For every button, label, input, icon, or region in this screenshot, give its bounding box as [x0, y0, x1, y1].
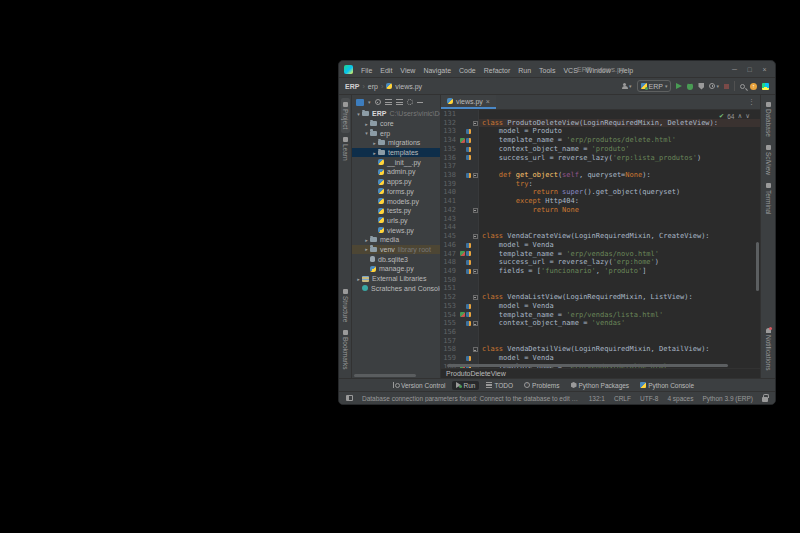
code-line[interactable]: 147 template_name = 'erp/vendas/novo.htm…: [441, 250, 760, 259]
tree-item---init---py[interactable]: __init__.py: [352, 157, 440, 167]
django-gutter-icon[interactable]: [466, 356, 471, 361]
django-gutter-icon[interactable]: [466, 269, 471, 274]
debug-button[interactable]: [687, 83, 693, 90]
fold-column[interactable]: [472, 267, 479, 276]
tree-item-urls-py[interactable]: urls.py: [352, 216, 440, 226]
code-line[interactable]: 142 return None: [441, 206, 760, 215]
fold-marker-icon[interactable]: [473, 269, 478, 274]
next-problem-icon[interactable]: ∨: [745, 112, 750, 120]
django-gutter-icon[interactable]: [466, 312, 471, 317]
template-gutter-icon[interactable]: [460, 138, 465, 143]
fold-marker-icon[interactable]: [473, 173, 478, 178]
tool-stripe-sciview[interactable]: SciView: [764, 141, 773, 179]
stop-button[interactable]: [724, 84, 729, 89]
code-line[interactable]: 133 model = Produto: [441, 127, 760, 136]
coverage-button[interactable]: [698, 83, 704, 90]
django-gutter-icon[interactable]: [466, 155, 471, 160]
run-button[interactable]: [676, 83, 682, 89]
code-editor[interactable]: ✔ 64 ∧ ∨ 131132class ProdutoDeleteView(L…: [441, 110, 760, 368]
code-line[interactable]: 149 fields = ['funcionario', 'produto']: [441, 267, 760, 276]
breadcrumb-item[interactable]: views.py: [395, 83, 422, 90]
user-menu-button[interactable]: ▾: [621, 83, 632, 90]
fold-column[interactable]: [472, 232, 479, 241]
tool-window-switcher-icon[interactable]: [346, 395, 353, 401]
fold-marker-icon[interactable]: [473, 295, 478, 300]
tree-item-admin-py[interactable]: admin.py: [352, 167, 440, 177]
django-gutter-icon[interactable]: [466, 138, 471, 143]
tree-chevron-icon[interactable]: ▸: [363, 246, 370, 252]
toolwindow-button-problems[interactable]: !Problems: [520, 381, 563, 390]
menu-item-code[interactable]: Code: [455, 67, 480, 74]
code-line[interactable]: 154 template_name = 'erp/vendas/lista.ht…: [441, 311, 760, 320]
code-line[interactable]: 139 try:: [441, 180, 760, 189]
template-gutter-icon[interactable]: [460, 312, 465, 317]
tree-chevron-icon[interactable]: ▸: [371, 150, 378, 156]
tree-item-erp[interactable]: ▾ERPC:\Users\vinic\Develop: [352, 109, 440, 119]
django-gutter-icon[interactable]: [466, 260, 471, 265]
tree-item-core[interactable]: ▸core: [352, 119, 440, 129]
code-line[interactable]: 145class VendaCreateView(LoginRequiredMi…: [441, 232, 760, 241]
django-gutter-icon[interactable]: [466, 304, 471, 309]
editor-horizontal-scrollbar[interactable]: [447, 364, 728, 367]
tree-chevron-icon[interactable]: ▸: [363, 121, 370, 127]
toolwindow-button-python-packages[interactable]: Python Packages: [567, 381, 634, 390]
code-line[interactable]: 138 def get_object(self, queryset=None):: [441, 171, 760, 180]
gear-icon[interactable]: [407, 99, 413, 105]
breadcrumb-item[interactable]: erp: [368, 83, 378, 90]
run-configuration-select[interactable]: ERP ▾: [637, 80, 672, 92]
fold-column[interactable]: [472, 206, 479, 215]
fold-marker-icon[interactable]: [473, 347, 478, 352]
status-item-132-1[interactable]: 132:1: [589, 395, 605, 402]
status-item-python-3-9--erp-[interactable]: Python 3.9 (ERP): [702, 395, 753, 402]
code-line[interactable]: 136 success_url = reverse_lazy('erp:list…: [441, 154, 760, 163]
tab-views-py[interactable]: views.py ×: [441, 95, 496, 109]
tool-stripe-learn[interactable]: Learn: [341, 133, 350, 165]
minimize-icon[interactable]: ─: [727, 61, 742, 78]
fold-marker-icon[interactable]: [473, 208, 478, 213]
tree-item-media[interactable]: ▸media: [352, 235, 440, 245]
django-gutter-icon[interactable]: [466, 147, 471, 152]
code-line[interactable]: 156: [441, 328, 760, 337]
tree-chevron-icon[interactable]: ▸: [371, 140, 378, 146]
update-notification-icon[interactable]: ↑: [750, 83, 757, 90]
tree-item-forms-py[interactable]: forms.py: [352, 187, 440, 197]
menu-item-navigate[interactable]: Navigate: [419, 67, 455, 74]
search-everywhere-button[interactable]: [740, 84, 745, 89]
fold-column[interactable]: [472, 293, 479, 302]
tab-options-icon[interactable]: ⋮: [743, 98, 760, 106]
code-line[interactable]: 159 model = Venda: [441, 354, 760, 363]
menu-item-edit[interactable]: Edit: [376, 67, 396, 74]
status-item-crlf[interactable]: CRLF: [614, 395, 631, 402]
code-line[interactable]: 152class VendaListView(LoginRequiredMixi…: [441, 293, 760, 302]
tree-item-tests-py[interactable]: tests.py: [352, 206, 440, 216]
fold-column[interactable]: [472, 345, 479, 354]
tree-item-views-py[interactable]: views.py: [352, 225, 440, 235]
django-gutter-icon[interactable]: [466, 251, 471, 256]
menu-item-file[interactable]: File: [357, 67, 376, 74]
editor-vertical-scrollbar[interactable]: [756, 242, 759, 291]
code-line[interactable]: 134 template_name = 'erp/produtos/delete…: [441, 136, 760, 145]
menu-item-run[interactable]: Run: [514, 67, 535, 74]
fold-marker-icon[interactable]: [473, 234, 478, 239]
menu-item-tools[interactable]: Tools: [535, 67, 559, 74]
tree-chevron-icon[interactable]: ▸: [355, 276, 362, 282]
code-line[interactable]: 132class ProdutoDeleteView(LoginRequired…: [441, 119, 760, 128]
code-line[interactable]: 143: [441, 215, 760, 224]
code-line[interactable]: 155 context_object_name = 'vendas': [441, 319, 760, 328]
django-gutter-icon[interactable]: [466, 173, 471, 178]
locate-file-icon[interactable]: [375, 99, 381, 105]
toolwindow-button-version-control[interactable]: Version Control: [389, 381, 449, 390]
profiler-button[interactable]: ▾: [709, 83, 719, 89]
fold-marker-icon[interactable]: [473, 321, 478, 326]
code-line[interactable]: 157: [441, 337, 760, 346]
code-line[interactable]: 140 return super().get_object(queryset): [441, 188, 760, 197]
inspection-widget[interactable]: ✔ 64 ∧ ∨: [719, 112, 750, 120]
menu-item-view[interactable]: View: [396, 67, 419, 74]
tree-item-apps-py[interactable]: apps.py: [352, 177, 440, 187]
code-line[interactable]: 150: [441, 276, 760, 285]
hide-panel-icon[interactable]: [417, 102, 423, 103]
code-line[interactable]: 146 model = Venda: [441, 241, 760, 250]
tree-item-scratches-and-consoles[interactable]: Scratches and Consoles: [352, 283, 440, 293]
tree-item-venv[interactable]: ▸venvlibrary root: [352, 245, 440, 255]
code-line[interactable]: 148 success_url = reverse_lazy('erp:home…: [441, 258, 760, 267]
